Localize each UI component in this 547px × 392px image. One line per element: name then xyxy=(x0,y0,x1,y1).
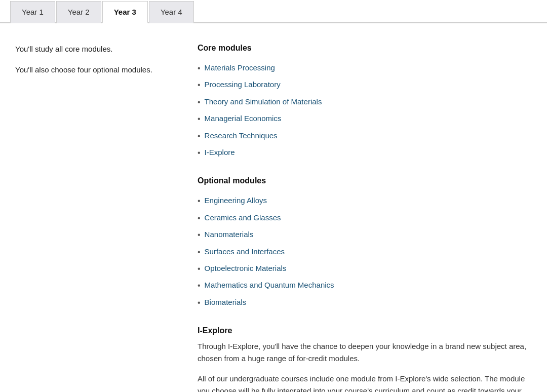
list-item: Surfaces and Interfaces xyxy=(198,244,532,260)
tab-year2[interactable]: Year 2 xyxy=(56,1,101,23)
list-item: Ceramics and Glasses xyxy=(198,210,532,226)
left-line1: You'll study all core modules. xyxy=(15,44,177,55)
list-item: Theory and Simulation of Materials xyxy=(198,94,532,110)
core-modules-title: Core modules xyxy=(198,44,532,53)
right-panel: Core modules Materials Processing Proces… xyxy=(198,44,532,392)
iexplore-paragraph1: Through I-Explore, you'll have the chanc… xyxy=(198,340,532,365)
tab-year4[interactable]: Year 4 xyxy=(149,1,194,23)
list-item: I-Explore xyxy=(198,144,532,161)
list-item: Mathematics and Quantum Mechanics xyxy=(198,277,532,294)
list-item: Research Techniques xyxy=(198,128,532,144)
tab-year3[interactable]: Year 3 xyxy=(102,1,148,23)
left-line2: You'll also choose four optional modules… xyxy=(15,64,177,76)
tab-year1[interactable]: Year 1 xyxy=(10,1,55,23)
iexplore-section: I-Explore Through I-Explore, you'll have… xyxy=(198,326,532,392)
list-item: Processing Laboratory xyxy=(198,76,532,93)
list-item: Optoelectronic Materials xyxy=(198,260,532,277)
list-item: Engineering Alloys xyxy=(198,192,532,209)
optional-modules-title: Optional modules xyxy=(198,176,532,185)
iexplore-title: I-Explore xyxy=(198,326,532,335)
left-panel: You'll study all core modules. You'll al… xyxy=(15,44,198,392)
list-item: Nanomaterials xyxy=(198,226,532,243)
iexplore-paragraph2: All of our undergraduate courses include… xyxy=(198,373,532,392)
core-modules-list: Materials Processing Processing Laborato… xyxy=(198,60,532,161)
content-area: You'll study all core modules. You'll al… xyxy=(0,23,547,392)
tabs-bar: Year 1 Year 2 Year 3 Year 4 xyxy=(0,0,547,23)
optional-modules-list: Engineering Alloys Ceramics and Glasses … xyxy=(198,192,532,311)
list-item: Materials Processing xyxy=(198,60,532,76)
list-item: Managerial Economics xyxy=(198,110,532,127)
list-item: Biomaterials xyxy=(198,294,532,311)
